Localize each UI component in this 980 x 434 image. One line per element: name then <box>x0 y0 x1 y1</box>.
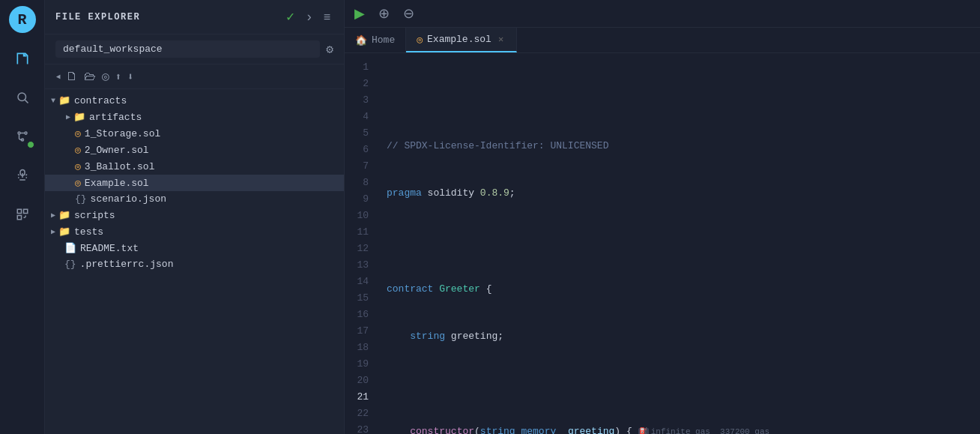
code-line <box>381 233 980 250</box>
scripts-folder[interactable]: ▶ 📁 scripts <box>45 207 344 223</box>
debug-activity-icon[interactable] <box>9 162 36 189</box>
chevron-down-icon: ▼ <box>51 97 55 105</box>
svg-point-0 <box>18 93 26 101</box>
sol-file-icon: ◎ <box>75 144 81 156</box>
upload-icon[interactable]: ⬆ <box>115 70 121 83</box>
run-button[interactable]: ▶ <box>352 3 367 24</box>
svg-point-2 <box>18 132 20 134</box>
code-line: contract Greeter { <box>381 281 980 298</box>
code-line: constructor(string memory _greeting) {⛽i… <box>381 424 980 434</box>
sidebar-header-actions: ✓ › ≡ <box>282 7 333 26</box>
scripts-label: scripts <box>74 210 115 221</box>
file-toolbar: ▼ 🗋 🗁 ◎ ⬆ ⬇ <box>45 64 344 89</box>
svg-point-3 <box>25 132 27 134</box>
code-content[interactable]: // SPDX-License-Identifier: UNLICENSED p… <box>381 53 980 434</box>
code-line: pragma solidity 0.8.9; <box>381 186 980 202</box>
workspace-name[interactable]: default_workspace <box>55 40 320 58</box>
chevron-right-icon: ▶ <box>51 211 55 220</box>
code-line: // SPDX-License-Identifier: UNLICENSED <box>381 138 980 154</box>
example-sol-tab[interactable]: ◎ Example.sol ✕ <box>406 28 517 52</box>
chevron-right-icon: ▶ <box>66 112 70 121</box>
example-tab-label: Example.sol <box>427 34 491 45</box>
ballot-sol-label: 3_Ballot.sol <box>85 161 155 172</box>
tests-folder[interactable]: ▶ 📁 tests <box>45 223 344 240</box>
folder-icon: 📁 <box>58 209 70 221</box>
home-tab-label: Home <box>372 34 395 46</box>
svg-rect-6 <box>23 209 27 213</box>
workspace-gear-icon[interactable]: ⚙ <box>326 42 333 57</box>
folder-icon: 📁 <box>58 226 70 238</box>
editor-toolbar: ▶ ⊕ ⊖ <box>345 0 980 28</box>
home-icon: 🏠 <box>355 34 367 46</box>
readme-txt-item[interactable]: 📄 README.txt <box>45 240 344 256</box>
workspace-selector: default_workspace ⚙ <box>45 34 344 64</box>
zoom-out-button[interactable]: ⊖ <box>401 3 417 24</box>
json-file-icon: {} <box>75 193 87 205</box>
download-icon[interactable]: ⬇ <box>127 70 133 83</box>
files-activity-icon[interactable] <box>9 45 36 72</box>
expand-button[interactable]: › <box>304 7 315 26</box>
tab-close-button[interactable]: ✕ <box>496 33 506 46</box>
owner-sol-item[interactable]: ◎ 2_Owner.sol <box>45 142 344 158</box>
code-line: string greeting; <box>381 329 980 346</box>
menu-button[interactable]: ≡ <box>321 9 333 25</box>
code-editor[interactable]: 1 2 3 4 5 6 7 8 9 10 11 12 13 14 15 16 1… <box>345 53 980 434</box>
new-file-icon[interactable]: 🗋 <box>66 70 78 84</box>
tests-label: tests <box>74 226 103 238</box>
code-line <box>381 91 980 107</box>
svg-rect-5 <box>17 209 21 213</box>
line-numbers: 1 2 3 4 5 6 7 8 9 10 11 12 13 14 15 16 1… <box>345 53 381 434</box>
home-tab[interactable]: 🏠 Home <box>345 28 406 52</box>
code-line <box>381 376 980 393</box>
txt-file-icon: 📄 <box>64 242 76 254</box>
editor-area: ▶ ⊕ ⊖ 🏠 Home ◎ Example.sol ✕ 1 2 3 4 5 6… <box>345 0 980 434</box>
svg-line-1 <box>25 100 28 103</box>
sol-file-icon: ◎ <box>75 160 81 172</box>
example-sol-item[interactable]: ◎ Example.sol <box>45 175 344 191</box>
chevron-right-icon: ▶ <box>51 227 55 236</box>
plugin-activity-icon[interactable] <box>9 201 36 228</box>
scenario-json-item[interactable]: {} scenario.json <box>45 191 344 207</box>
sidebar-title: FILE EXPLORER <box>55 12 140 22</box>
sidebar: FILE EXPLORER ✓ › ≡ default_workspace ⚙ … <box>45 0 345 434</box>
logo-icon: R <box>9 6 36 33</box>
new-folder-icon[interactable]: 🗁 <box>84 70 96 84</box>
storage-sol-label: 1_Storage.sol <box>85 128 160 139</box>
json-file-icon: {} <box>64 259 76 270</box>
check-button[interactable]: ✓ <box>282 8 298 25</box>
activity-bar: R <box>0 0 45 434</box>
search-activity-icon[interactable] <box>9 84 36 111</box>
prettierrc-json-item[interactable]: {} .prettierrc.json <box>45 256 344 272</box>
zoom-in-button[interactable]: ⊕ <box>376 3 392 24</box>
storage-sol-item[interactable]: ◎ 1_Storage.sol <box>45 125 344 142</box>
artifacts-folder[interactable]: ▶ 📁 artifacts <box>45 109 344 125</box>
file-tree: ▼ 📁 contracts ▶ 📁 artifacts ◎ 1_Storage.… <box>45 89 344 434</box>
example-sol-label: Example.sol <box>85 178 149 189</box>
svg-rect-7 <box>17 216 21 220</box>
git-badge <box>27 141 34 148</box>
artifacts-label: artifacts <box>89 112 142 123</box>
collapse-icon[interactable]: ▼ <box>54 74 62 79</box>
folder-icon: 📁 <box>58 94 70 106</box>
git-activity-icon[interactable] <box>9 123 36 150</box>
contracts-label: contracts <box>74 95 127 106</box>
ballot-sol-item[interactable]: ◎ 3_Ballot.sol <box>45 158 344 175</box>
github-icon[interactable]: ◎ <box>102 69 109 84</box>
tabs-bar: 🏠 Home ◎ Example.sol ✕ <box>345 28 980 53</box>
sol-file-icon: ◎ <box>75 177 81 189</box>
folder-icon: 📁 <box>73 111 85 123</box>
prettierrc-label: .prettierrc.json <box>80 259 174 270</box>
scenario-json-label: scenario.json <box>91 193 166 205</box>
sol-tab-icon: ◎ <box>417 34 423 46</box>
sidebar-header: FILE EXPLORER ✓ › ≡ <box>45 0 344 34</box>
owner-sol-label: 2_Owner.sol <box>85 145 149 156</box>
readme-txt-label: README.txt <box>80 243 139 254</box>
sol-file-icon: ◎ <box>75 127 81 139</box>
contracts-folder[interactable]: ▼ 📁 contracts <box>45 92 344 109</box>
